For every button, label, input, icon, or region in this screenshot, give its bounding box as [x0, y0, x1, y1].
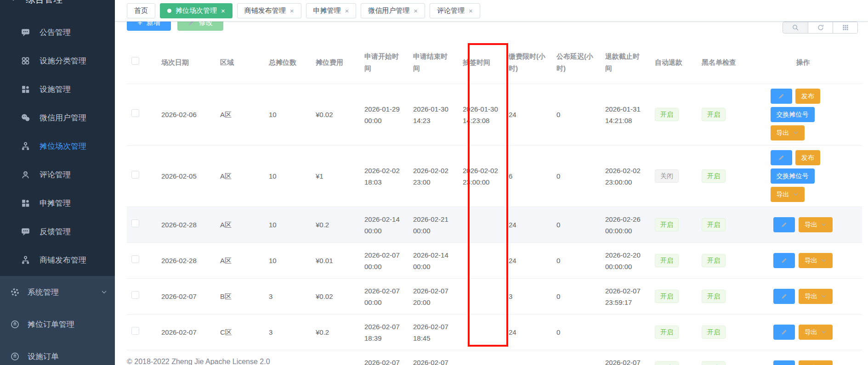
table-cell: 10	[264, 146, 311, 207]
edit-row-button[interactable]	[773, 289, 795, 304]
publish-button[interactable]: 发布	[795, 89, 820, 104]
table-cell: 2026-02-21 00:00	[408, 207, 458, 243]
sidebar-item-label: 公告管理	[40, 28, 71, 36]
row-actions: 导出	[749, 217, 857, 232]
sidebar: 综合管理 公告管理设施分类管理设施管理微信用户管理摊位场次管理评论管理申摊管理反…	[0, 0, 115, 365]
tab-1[interactable]: 摊位场次管理×	[160, 3, 233, 18]
table-cell	[458, 314, 504, 350]
export-button[interactable]: 导出	[799, 325, 833, 340]
sidebar-item-7[interactable]: 反馈管理	[0, 217, 115, 246]
search-tool-button[interactable]	[783, 22, 808, 33]
pencil-icon	[781, 221, 788, 228]
row-actions: 导出	[749, 360, 857, 365]
tab-close-icon[interactable]: ×	[221, 7, 225, 14]
table-header-row: 场次日期区域总摊位数摊位费用申请开始时间申请结束时间抽签时间缴费限时(小时)公布…	[127, 41, 862, 84]
sidebar-item-6[interactable]: 申摊管理	[0, 189, 115, 217]
table-cell: 2026-01-30 14:23:08	[458, 84, 504, 146]
export-button[interactable]: 导出	[771, 187, 805, 202]
export-button[interactable]: 导出	[799, 217, 833, 232]
sidebar-submenu-title-clipped[interactable]: 综合管理	[0, 0, 115, 18]
tab-close-icon[interactable]: ×	[469, 7, 473, 14]
main-content: + 新增 修改 首页摊位场次管理×商铺发布管理×申摊管理×微信用户管理×评论管理…	[115, 0, 868, 365]
export-button-label: 导出	[777, 129, 789, 137]
table-cell: 2026-02-06	[157, 84, 216, 146]
row-checkbox[interactable]	[131, 109, 139, 117]
chevron-down-icon	[793, 130, 799, 136]
tab-2[interactable]: 商铺发布管理×	[237, 3, 301, 18]
row-checkbox[interactable]	[131, 255, 139, 263]
category-icon	[21, 56, 30, 66]
app: 综合管理 公告管理设施分类管理设施管理微信用户管理摊位场次管理评论管理申摊管理反…	[0, 0, 868, 365]
select-all-checkbox[interactable]	[131, 57, 139, 65]
edit-row-button[interactable]	[773, 217, 795, 232]
export-button[interactable]: 导出	[799, 289, 833, 304]
table-cell: 0	[552, 207, 601, 243]
sidebar-root-item-0[interactable]: 系统管理	[0, 276, 115, 308]
status-cell: 开启	[697, 146, 744, 207]
row-checkbox[interactable]	[131, 291, 139, 299]
sidebar-item-label: 评论管理	[40, 171, 71, 179]
tab-close-icon[interactable]: ×	[290, 7, 294, 14]
refresh-tool-button[interactable]	[808, 22, 833, 33]
sidebar-item-4[interactable]: 摊位场次管理	[0, 132, 115, 160]
sidebar-root-item-2[interactable]: 设施订单	[0, 340, 115, 365]
sidebar-item-3[interactable]: 微信用户管理	[0, 103, 115, 132]
export-button[interactable]: 导出	[799, 360, 833, 365]
tree-icon	[21, 141, 30, 151]
edit-row-button[interactable]	[771, 89, 792, 104]
status-badge: 开启	[702, 326, 726, 339]
sidebar-item-8[interactable]: 商铺发布管理	[0, 246, 115, 274]
table-cell	[458, 350, 504, 365]
columns-tool-button[interactable]	[833, 22, 857, 33]
tab-close-icon[interactable]: ×	[345, 7, 349, 14]
edit-row-button[interactable]	[773, 360, 795, 365]
status-badge: 开启	[702, 218, 726, 231]
row-checkbox[interactable]	[131, 327, 139, 335]
row-checkbox[interactable]	[131, 171, 139, 179]
sidebar-item-2[interactable]: 设施管理	[0, 75, 115, 103]
wechat-icon	[21, 113, 30, 123]
row-actions: 导出	[749, 253, 857, 268]
table-cell: 2026-02-07 23:59:17	[601, 350, 650, 365]
row-checkbox[interactable]	[131, 219, 139, 227]
table-cell: 2026-02-07	[157, 279, 216, 314]
swap-booth-button[interactable]: 交换摊位号	[771, 107, 815, 122]
export-button[interactable]: 导出	[771, 125, 805, 140]
tab-0[interactable]: 首页	[127, 3, 155, 18]
chevron-down-icon	[821, 222, 827, 228]
pencil-icon	[778, 93, 785, 100]
sidebar-item-5[interactable]: 评论管理	[0, 160, 115, 189]
tab-3[interactable]: 申摊管理×	[306, 3, 357, 18]
sidebar-item-label: 设施订单	[28, 353, 59, 360]
data-table-wrap: 场次日期区域总摊位数摊位费用申请开始时间申请结束时间抽签时间缴费限时(小时)公布…	[127, 41, 862, 365]
edit-row-button[interactable]	[773, 325, 795, 340]
status-cell: 开启	[650, 314, 697, 350]
sidebar-open-submenu: 综合管理 公告管理设施分类管理设施管理微信用户管理摊位场次管理评论管理申摊管理反…	[0, 0, 115, 276]
table-cell: 2026-02-07 00:00	[360, 350, 408, 365]
export-button[interactable]: 导出	[799, 253, 833, 268]
status-cell: 开启	[697, 243, 744, 279]
publish-button[interactable]: 发布	[795, 150, 820, 165]
tab-4[interactable]: 微信用户管理×	[361, 3, 425, 18]
sidebar-item-1[interactable]: 设施分类管理	[0, 46, 115, 75]
row-select-cell	[127, 207, 157, 243]
table-row: 2026-02-06A区10¥0.022026-01-29 00:002026-…	[127, 84, 862, 146]
table-cell: ¥0.02	[311, 279, 360, 314]
column-header-6: 抽签时间	[458, 41, 504, 84]
sidebar-root-item-1[interactable]: 摊位订单管理	[0, 308, 115, 340]
edit-row-button[interactable]	[773, 253, 795, 268]
swap-booth-button[interactable]: 交换摊位号	[771, 168, 815, 184]
sidebar-item-label: 设施管理	[40, 85, 71, 93]
row-actions: 导出	[749, 289, 857, 304]
tab-5[interactable]: 评论管理×	[430, 3, 480, 18]
chevron-down-icon	[793, 191, 799, 197]
edit-row-button[interactable]	[771, 150, 792, 165]
table-cell	[458, 243, 504, 279]
actions-cell: 导出	[744, 243, 862, 279]
status-badge: 开启	[655, 290, 679, 303]
table-cell: 10	[264, 84, 311, 146]
sidebar-item-0[interactable]: 公告管理	[0, 18, 115, 46]
table-cell: 24	[504, 314, 552, 350]
tab-close-icon[interactable]: ×	[414, 7, 418, 14]
table-cell: 2026-01-31 14:21:08	[601, 84, 650, 146]
